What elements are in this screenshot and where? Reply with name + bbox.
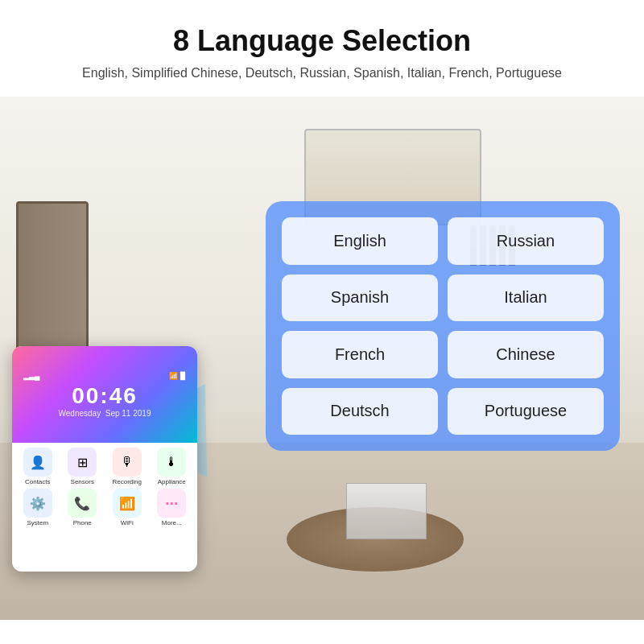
contacts-label: Contacts (25, 478, 51, 485)
sensors-icon: ⊞ (68, 448, 97, 477)
contacts-icon: 👤 (23, 448, 52, 477)
appliance-icon: 🌡 (157, 448, 186, 477)
app-phone[interactable]: 📞 Phone (62, 489, 104, 526)
more-label: More... (162, 519, 182, 526)
recording-label: Recording (113, 478, 142, 485)
smart-device-panel: ▂▃▄ 📶 ▉ 00:46 Wednesday Sep 11 2019 👤 Co… (12, 346, 197, 572)
device-date: Wednesday Sep 11 2019 (59, 409, 151, 418)
recording-icon: 🎙 (113, 448, 142, 477)
room-scene: ■■ ▂▃▄ 📶 ▉ 00:46 Wednesday Sep 11 2019 👤… (0, 97, 644, 620)
app-sensors[interactable]: ⊞ Sensors (62, 448, 104, 485)
book (346, 483, 427, 539)
lang-btn-french[interactable]: French (282, 331, 438, 378)
device-time: 00:46 (72, 383, 138, 409)
lang-btn-english[interactable]: English (282, 217, 438, 265)
lang-btn-russian[interactable]: Russian (448, 217, 604, 265)
app-contacts[interactable]: 👤 Contacts (17, 448, 59, 485)
lang-btn-deutsch[interactable]: Deutsch (282, 388, 438, 436)
wifi-icon: 📶 ▉ (169, 372, 186, 380)
more-icon: ··· (157, 489, 186, 518)
header-section: 8 Language Selection English, Simplified… (0, 0, 644, 97)
appliance-label: Appliance (158, 478, 186, 485)
lang-btn-portuguese[interactable]: Portuguese (448, 388, 604, 436)
page-subtitle: English, Simplified Chinese, Deutsch, Ru… (32, 66, 612, 80)
app-system[interactable]: ⚙️ System (17, 489, 59, 526)
wifi-app-icon: 📶 (113, 489, 142, 518)
app-wifi[interactable]: 📶 WiFi (106, 489, 148, 526)
lang-btn-italian[interactable]: Italian (448, 275, 604, 322)
system-icon: ⚙️ (23, 489, 52, 518)
system-label: System (27, 519, 48, 526)
phone-icon: 📞 (68, 489, 97, 518)
app-more[interactable]: ··· More... (151, 489, 193, 526)
lang-btn-spanish[interactable]: Spanish (282, 275, 438, 322)
page-title: 8 Language Selection (32, 24, 612, 58)
device-status-bar: ▂▃▄ 📶 ▉ (19, 372, 191, 380)
sensors-label: Sensors (71, 478, 94, 485)
app-grid: 👤 Contacts ⊞ Sensors 🎙 Recording 🌡 Appli… (12, 443, 197, 531)
app-recording[interactable]: 🎙 Recording (106, 448, 148, 485)
wifi-label: WiFi (121, 519, 134, 526)
lang-btn-chinese[interactable]: Chinese (448, 331, 604, 378)
app-appliance[interactable]: 🌡 Appliance (151, 448, 193, 485)
language-selection-panel: English Russian Spanish Italian French C… (266, 201, 620, 451)
device-header: ▂▃▄ 📶 ▉ 00:46 Wednesday Sep 11 2019 (12, 346, 197, 443)
phone-label: Phone (73, 519, 92, 526)
signal-bars: ▂▃▄ (23, 372, 39, 380)
